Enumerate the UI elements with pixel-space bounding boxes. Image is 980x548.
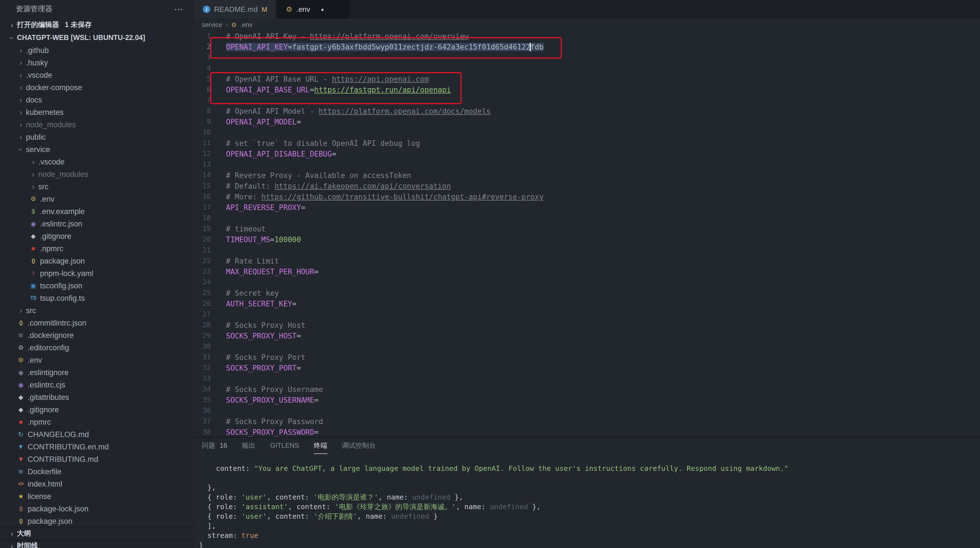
tree-file-package-lock.json[interactable]: {}package-lock.json (0, 502, 194, 515)
editor-line-30[interactable]: 30 (194, 341, 980, 352)
editor-line-31[interactable]: 31# Socks Proxy Port (194, 352, 980, 363)
tree-file-Dockerfile[interactable]: ≋Dockerfile (0, 465, 194, 478)
tree-folder-.vscode[interactable]: ›.vscode (0, 156, 194, 168)
editor-line-38[interactable]: 38SOCKS_PROXY_PASSWORD= (194, 427, 980, 437)
tree-folder-.github[interactable]: ›.github (0, 44, 194, 56)
tree-file-.gitignore[interactable]: ◆.gitignore (0, 230, 194, 242)
breadcrumb-item-service[interactable]: service (202, 21, 222, 28)
tree-file-.gitattributes[interactable]: ◆.gitattributes (0, 391, 194, 403)
editor[interactable]: 1# OpenAI API Key - https://platform.ope… (194, 31, 980, 437)
panel-tab-gitlens[interactable]: GITLENS (270, 438, 299, 454)
tree-folder-src[interactable]: ›src (0, 180, 194, 192)
tree-file-.eslintrc.json[interactable]: ◉.eslintrc.json (0, 218, 194, 230)
editor-line-32[interactable]: 32SOCKS_PROXY_PORT= (194, 363, 980, 373)
tree-file-.commitlintrc.json[interactable]: {}.commitlintrc.json (0, 316, 194, 329)
tree-file-.dockerignore[interactable]: ≋.dockerignore (0, 329, 194, 341)
editor-line-14[interactable]: 14# Reverse Proxy - Available on accessT… (194, 170, 980, 181)
editor-line-9[interactable]: 9OPENAI_API_MODEL= (194, 117, 980, 127)
editor-line-29[interactable]: 29SOCKS_PROXY_HOST= (194, 330, 980, 341)
tree-folder-src[interactable]: ›src (0, 304, 194, 316)
editor-line-20[interactable]: 20TIMEOUT_MS=100000 (194, 234, 980, 245)
tree-file-CONTRIBUTING.en.md[interactable]: ▼CONTRIBUTING.en.md (0, 440, 194, 453)
tree-folder-kubernetes[interactable]: ›kubernetes (0, 106, 194, 118)
tree-folder-docs[interactable]: ›docs (0, 94, 194, 106)
tree-folder-node_modules[interactable]: ›node_modules (0, 168, 194, 180)
editor-line-37[interactable]: 37# Socks Proxy Password (194, 416, 980, 427)
tree-folder-.vscode[interactable]: ›.vscode (0, 69, 194, 81)
panel-tab-terminal[interactable]: 终端 (313, 438, 327, 454)
tree-file-pnpm-lock.yaml[interactable]: !pnpm-lock.yaml (0, 267, 194, 280)
tree-file-.gitignore[interactable]: ◆.gitignore (0, 403, 194, 416)
editor-line-28[interactable]: 28# Socks Proxy Host (194, 320, 980, 330)
editor-line-3[interactable]: 3 (194, 52, 980, 63)
editor-line-19[interactable]: 19# timeout (194, 224, 980, 234)
tree-file-tsup.config.ts[interactable]: TStsup.config.ts (0, 292, 194, 304)
tree-file-CONTRIBUTING.md[interactable]: ▼CONTRIBUTING.md (0, 453, 194, 465)
editor-line-15[interactable]: 15# Default: https://ai.fakeopen.com/api… (194, 181, 980, 192)
tree-file-.npmrc[interactable]: ■.npmrc (0, 416, 194, 428)
code-segment: API_REVERSE_PROXY (226, 203, 301, 212)
editor-line-27[interactable]: 27 (194, 309, 980, 320)
tree-folder-docker-compose[interactable]: ›docker-compose (0, 81, 194, 94)
tree-file-tsconfig.json[interactable]: ▣tsconfig.json (0, 280, 194, 292)
terminal-output[interactable]: content: "You are ChatGPT, a large langu… (194, 454, 980, 548)
tree-file-.npmrc[interactable]: ■.npmrc (0, 242, 194, 254)
editor-line-1[interactable]: 1# OpenAI API Key - https://platform.ope… (194, 31, 980, 42)
tree-file-package.json[interactable]: {}package.json (0, 254, 194, 267)
code-segment: '电影《玲芽之旅》的导演是新海诚。' (335, 502, 456, 511)
open-editors-header[interactable]: › 打开的编辑器 1 未保存 (0, 18, 194, 32)
tree-folder-node_modules[interactable]: ›node_modules (0, 118, 194, 131)
tree-file-.editorconfig[interactable]: ⚙.editorconfig (0, 341, 194, 354)
editor-tab-readme[interactable]: i README.md M (194, 0, 277, 19)
panel-tab-debug-console[interactable]: 调试控制台 (342, 438, 375, 454)
editor-line-6[interactable]: 6OPENAI_API_BASE_URL=https://fastgpt.run… (194, 84, 980, 95)
editor-line-11[interactable]: 11# set `true` to disable OpenAI API deb… (194, 138, 980, 149)
editor-line-24[interactable]: 24 (194, 277, 980, 288)
editor-line-7[interactable]: 7 (194, 95, 980, 106)
editor-line-36[interactable]: 36 (194, 405, 980, 416)
editor-line-8[interactable]: 8# OpenAI API Model - https://platform.o… (194, 106, 980, 117)
tree-file-CHANGELOG.md[interactable]: ↻CHANGELOG.md (0, 428, 194, 440)
editor-line-4[interactable]: 4 (194, 63, 980, 74)
editor-line-12[interactable]: 12OPENAI_API_DISABLE_DEBUG= (194, 149, 980, 159)
code-segment: SOCKS_PROXY_PORT (226, 364, 296, 372)
editor-line-26[interactable]: 26AUTH_SECRET_KEY= (194, 299, 980, 309)
tree-file-.env[interactable]: ⚙.env (0, 192, 194, 205)
outline-header[interactable]: › 大纲 (0, 527, 194, 540)
tree-file-index.html[interactable]: <>index.html (0, 478, 194, 490)
tree-file-.eslintrc.cjs[interactable]: ◉.eslintrc.cjs (0, 378, 194, 391)
editor-line-25[interactable]: 25# Secret key (194, 288, 980, 299)
editor-line-17[interactable]: 17API_REVERSE_PROXY= (194, 202, 980, 213)
unsaved-dot-icon[interactable]: ● (321, 6, 324, 12)
editor-line-10[interactable]: 10 (194, 127, 980, 138)
tree-file-.env.example[interactable]: $.env.example (0, 205, 194, 218)
editor-line-23[interactable]: 23MAX_REQUEST_PER_HOUR= (194, 267, 980, 277)
line-content: SOCKS_PROXY_PASSWORD= (226, 428, 319, 437)
tree-folder-.husky[interactable]: ›.husky (0, 56, 194, 69)
tree-folder-public[interactable]: ›public (0, 131, 194, 143)
panel-tab-problems[interactable]: 问题 16 (202, 438, 228, 454)
more-actions-icon[interactable]: ⋯ (174, 4, 184, 14)
tree-item-label: kubernetes (26, 108, 64, 116)
project-header[interactable]: › CHATGPT-WEB [WSL: UBUNTU-22.04] (0, 32, 194, 44)
editor-line-18[interactable]: 18 (194, 213, 980, 224)
code-segment: true (242, 531, 258, 540)
editor-line-35[interactable]: 35SOCKS_PROXY_USERNAME= (194, 395, 980, 405)
editor-line-33[interactable]: 33 (194, 373, 980, 384)
tree-file-license[interactable]: ★license (0, 490, 194, 502)
editor-line-34[interactable]: 34# Socks Proxy Username (194, 384, 980, 395)
editor-line-22[interactable]: 22# Rate Limit (194, 256, 980, 267)
editor-line-21[interactable]: 21 (194, 245, 980, 256)
editor-tab-env[interactable]: ⚙ .env ● (277, 0, 349, 19)
tree-folder-service[interactable]: ›service (0, 143, 194, 156)
tree-file-.eslintignore[interactable]: ◉.eslintignore (0, 366, 194, 378)
timeline-header[interactable]: › 时间线 (0, 540, 194, 548)
panel-tab-output[interactable]: 输出 (242, 438, 256, 454)
tree-file-package.json[interactable]: {}package.json (0, 515, 194, 527)
editor-line-13[interactable]: 13 (194, 159, 980, 170)
editor-line-16[interactable]: 16# More: https://github.com/transitive-… (194, 192, 980, 202)
tree-file-.env[interactable]: ⚙.env (0, 354, 194, 366)
editor-line-5[interactable]: 5# OpenAI API Base URL - https://api.ope… (194, 74, 980, 84)
breadcrumb-item-env[interactable]: .env (240, 21, 253, 28)
editor-line-2[interactable]: 2OPENAI_API_KEY=fastgpt-y6b3axfbdd5wyp01… (194, 42, 980, 52)
